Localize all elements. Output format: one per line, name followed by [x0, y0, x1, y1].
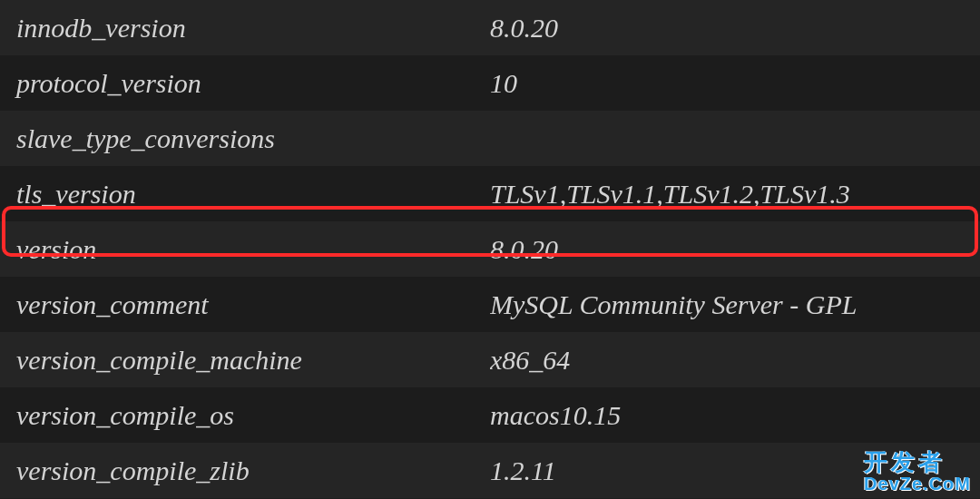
variable-name: slave_type_conversions — [0, 123, 490, 154]
variable-value: macos10.15 — [490, 400, 980, 431]
table-row[interactable]: slave_type_conversions — [0, 111, 980, 166]
watermark: 开发者 DevZe.CoM — [864, 450, 971, 494]
variable-value: TLSv1,TLSv1.1,TLSv1.2,TLSv1.3 — [490, 179, 980, 210]
variable-value: 8.0.20 — [490, 234, 980, 265]
table-row[interactable]: protocol_version 10 — [0, 55, 980, 111]
variables-table: innodb_version 8.0.20 protocol_version 1… — [0, 0, 980, 498]
table-row[interactable]: version_compile_os macos10.15 — [0, 387, 980, 443]
variable-value: x86_64 — [490, 345, 980, 376]
table-row[interactable]: version_comment MySQL Community Server -… — [0, 277, 980, 332]
variable-name: version_compile_zlib — [0, 455, 490, 486]
table-row[interactable]: version_compile_zlib 1.2.11 — [0, 443, 980, 498]
variable-value: 8.0.20 — [490, 13, 980, 44]
variable-name: version_compile_machine — [0, 345, 490, 376]
table-row[interactable]: version_compile_machine x86_64 — [0, 332, 980, 387]
table-row[interactable]: innodb_version 8.0.20 — [0, 0, 980, 55]
table-row[interactable]: tls_version TLSv1,TLSv1.1,TLSv1.2,TLSv1.… — [0, 166, 980, 221]
variable-name: protocol_version — [0, 68, 490, 99]
variable-name: tls_version — [0, 179, 490, 210]
table-row-highlighted[interactable]: version 8.0.20 — [0, 221, 980, 277]
variable-name: version_compile_os — [0, 400, 490, 431]
variable-name: version_comment — [0, 289, 490, 320]
variable-name: version — [0, 234, 490, 265]
watermark-line1: 开发者 — [864, 450, 971, 475]
variable-value: MySQL Community Server - GPL — [490, 289, 980, 320]
variable-value: 10 — [490, 68, 980, 99]
variable-name: innodb_version — [0, 13, 490, 44]
watermark-line2: DevZe.CoM — [864, 475, 971, 494]
